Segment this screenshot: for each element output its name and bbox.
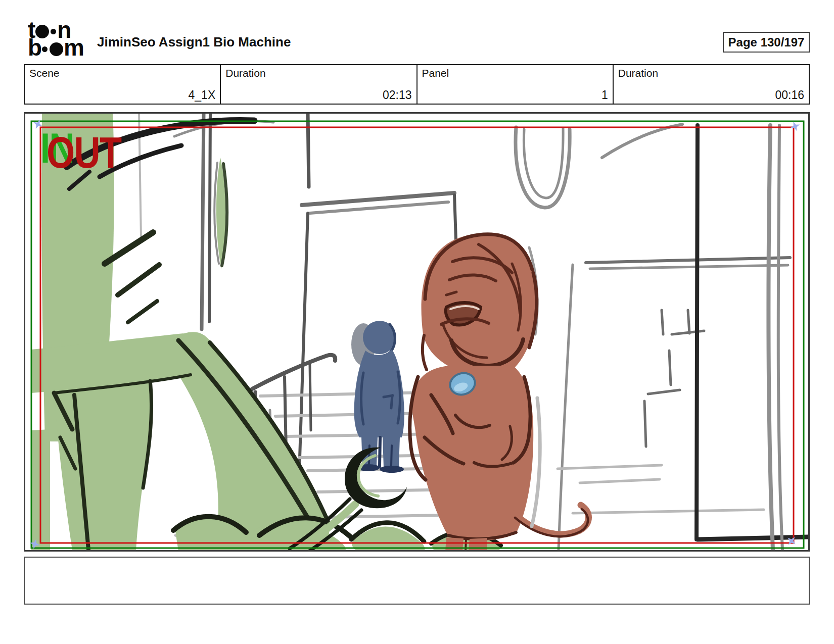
logo-letter: b (28, 39, 41, 57)
info-cell-scene-duration: Duration 02:13 (220, 65, 416, 104)
info-value: 1 (601, 88, 608, 102)
logo-dot-icon (42, 46, 48, 52)
storyboard-panel: IN OUT (24, 112, 810, 552)
logo-letter: m (64, 39, 83, 57)
caption-box (24, 557, 810, 605)
info-label: Duration (618, 67, 658, 79)
info-label: Scene (29, 67, 60, 79)
panel-drawing (24, 112, 810, 552)
info-cell-panel: Panel 1 (416, 65, 613, 104)
info-label: Duration (225, 67, 265, 79)
woman-figure (410, 233, 589, 552)
project-title: JiminSeo Assign1 Bio Machine (97, 34, 291, 50)
camera-frame-red (40, 127, 794, 543)
camera-frame-green (31, 121, 804, 548)
woman-tail (514, 505, 589, 534)
info-value: 00:16 (775, 88, 804, 102)
camera-out-label: OUT (47, 130, 121, 175)
panel-info-row: Scene 4_1X Duration 02:13 Panel 1 Durati… (24, 64, 810, 105)
logo-dot-icon (50, 42, 63, 56)
logo-dot-icon (51, 29, 56, 34)
blue-child-figure (351, 321, 404, 473)
info-value: 02:13 (383, 88, 412, 102)
logo-line-2: bm (28, 39, 83, 57)
storyboard-page: tn bm JiminSeo Assign1 Bio Machine Page … (0, 0, 834, 644)
page-number-box: Page 130/197 (723, 32, 810, 53)
info-cell-panel-duration: Duration 00:16 (613, 65, 809, 104)
info-value: 4_1X (189, 88, 216, 102)
toonboom-logo: tn bm (28, 21, 83, 57)
info-cell-scene: Scene 4_1X (25, 65, 220, 104)
info-label: Panel (422, 67, 449, 79)
